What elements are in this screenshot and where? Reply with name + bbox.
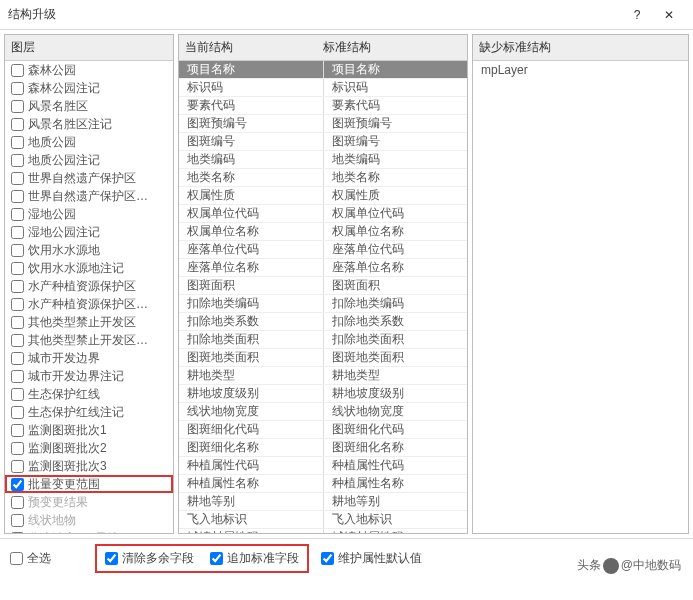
layer-item[interactable]: 监测图斑批次2 <box>5 439 173 457</box>
layer-checkbox[interactable] <box>11 136 24 149</box>
structure-row[interactable]: 权属单位代码权属单位代码 <box>179 205 467 223</box>
structure-row[interactable]: 要素代码要素代码 <box>179 97 467 115</box>
layer-checkbox[interactable] <box>11 100 24 113</box>
help-button[interactable]: ? <box>621 8 653 22</box>
layer-checkbox[interactable] <box>11 172 24 185</box>
structure-list[interactable]: 项目名称项目名称标识码标识码要素代码要素代码图斑预编号图斑预编号图斑编号图斑编号… <box>179 61 467 533</box>
maintain-defaults-checkbox[interactable]: 维护属性默认值 <box>321 550 422 567</box>
layer-item[interactable]: 监测图斑批次3 <box>5 457 173 475</box>
structure-row[interactable]: 图斑预编号图斑预编号 <box>179 115 467 133</box>
layer-item[interactable]: 风景名胜区注记 <box>5 115 173 133</box>
structure-row[interactable]: 飞入地标识飞入地标识 <box>179 511 467 529</box>
layers-list[interactable]: 森林公园森林公园注记风景名胜区风景名胜区注记地质公园地质公园注记世界自然遗产保护… <box>5 61 173 533</box>
add-fields-input[interactable] <box>210 552 223 565</box>
layer-checkbox[interactable] <box>11 262 24 275</box>
missing-item[interactable]: mpLayer <box>473 61 688 79</box>
maintain-defaults-input[interactable] <box>321 552 334 565</box>
structure-row[interactable]: 标识码标识码 <box>179 79 467 97</box>
structure-row[interactable]: 图斑面积图斑面积 <box>179 277 467 295</box>
layer-item[interactable]: 水产种植资源保护区 <box>5 277 173 295</box>
layer-item[interactable]: 监测图斑批次1 <box>5 421 173 439</box>
layer-item[interactable]: 其他类型禁止开发区… <box>5 331 173 349</box>
layer-item[interactable]: 森林公园 <box>5 61 173 79</box>
layer-checkbox[interactable] <box>11 478 24 491</box>
layer-checkbox[interactable] <box>11 154 24 167</box>
layer-item[interactable]: 城市开发边界注记 <box>5 367 173 385</box>
layer-checkbox[interactable] <box>11 208 24 221</box>
layer-checkbox[interactable] <box>11 280 24 293</box>
select-all-checkbox[interactable]: 全选 <box>10 550 51 567</box>
structure-row[interactable]: 图斑细化名称图斑细化名称 <box>179 439 467 457</box>
structure-row[interactable]: 耕地坡度级别耕地坡度级别 <box>179 385 467 403</box>
layer-checkbox[interactable] <box>11 388 24 401</box>
structure-row[interactable]: 项目名称项目名称 <box>179 61 467 79</box>
structure-row[interactable]: 图斑地类面积图斑地类面积 <box>179 349 467 367</box>
layer-checkbox[interactable] <box>11 514 24 527</box>
structure-row[interactable]: 图斑编号图斑编号 <box>179 133 467 151</box>
structure-row[interactable]: 种植属性名称种植属性名称 <box>179 475 467 493</box>
layer-item[interactable]: 城市开发边界 <box>5 349 173 367</box>
structure-row[interactable]: 座落单位代码座落单位代码 <box>179 241 467 259</box>
layer-item[interactable]: 分乡镇变更_界线 <box>5 529 173 533</box>
layer-checkbox[interactable] <box>11 532 24 534</box>
layer-checkbox[interactable] <box>11 496 24 509</box>
layer-checkbox[interactable] <box>11 226 24 239</box>
layer-checkbox[interactable] <box>11 370 24 383</box>
layer-item[interactable]: 预变更结果 <box>5 493 173 511</box>
layer-checkbox[interactable] <box>11 244 24 257</box>
layer-item[interactable]: 水产种植资源保护区… <box>5 295 173 313</box>
structure-row[interactable]: 种植属性代码种植属性代码 <box>179 457 467 475</box>
clear-fields-input[interactable] <box>105 552 118 565</box>
current-field: 耕地坡度级别 <box>179 385 324 402</box>
layer-checkbox[interactable] <box>11 298 24 311</box>
layer-item[interactable]: 世界自然遗产保护区 <box>5 169 173 187</box>
layer-item[interactable]: 生态保护红线注记 <box>5 403 173 421</box>
layer-checkbox[interactable] <box>11 424 24 437</box>
structure-row[interactable]: 城镇村属性码城镇村属性码 <box>179 529 467 533</box>
close-button[interactable]: ✕ <box>653 8 685 22</box>
add-fields-checkbox[interactable]: 追加标准字段 <box>210 550 299 567</box>
layer-checkbox[interactable] <box>11 82 24 95</box>
layer-item[interactable]: 生态保护红线 <box>5 385 173 403</box>
layer-label: 世界自然遗产保护区 <box>28 170 136 187</box>
structure-row[interactable]: 耕地等别耕地等别 <box>179 493 467 511</box>
structure-row[interactable]: 耕地类型耕地类型 <box>179 367 467 385</box>
layer-checkbox[interactable] <box>11 460 24 473</box>
structure-row[interactable]: 扣除地类系数扣除地类系数 <box>179 313 467 331</box>
layer-checkbox[interactable] <box>11 406 24 419</box>
clear-fields-checkbox[interactable]: 清除多余字段 <box>105 550 194 567</box>
layer-item[interactable]: 地质公园注记 <box>5 151 173 169</box>
layer-item[interactable]: 饮用水水源地注记 <box>5 259 173 277</box>
structure-row[interactable]: 座落单位名称座落单位名称 <box>179 259 467 277</box>
structure-row[interactable]: 权属单位名称权属单位名称 <box>179 223 467 241</box>
layer-item[interactable]: 批量变更范围 <box>5 475 173 493</box>
structure-row[interactable]: 图斑细化代码图斑细化代码 <box>179 421 467 439</box>
layer-item[interactable]: 其他类型禁止开发区 <box>5 313 173 331</box>
structure-row[interactable]: 扣除地类编码扣除地类编码 <box>179 295 467 313</box>
standard-field: 图斑预编号 <box>324 115 468 132</box>
select-all-input[interactable] <box>10 552 23 565</box>
layer-item[interactable]: 风景名胜区 <box>5 97 173 115</box>
layer-item[interactable]: 饮用水水源地 <box>5 241 173 259</box>
structure-row[interactable]: 权属性质权属性质 <box>179 187 467 205</box>
layer-checkbox[interactable] <box>11 334 24 347</box>
layer-checkbox[interactable] <box>11 316 24 329</box>
structure-row[interactable]: 线状地物宽度线状地物宽度 <box>179 403 467 421</box>
layer-item[interactable]: 湿地公园 <box>5 205 173 223</box>
layer-checkbox[interactable] <box>11 118 24 131</box>
structure-row[interactable]: 扣除地类面积扣除地类面积 <box>179 331 467 349</box>
structure-row[interactable]: 地类编码地类编码 <box>179 151 467 169</box>
structure-row[interactable]: 地类名称地类名称 <box>179 169 467 187</box>
layer-label: 线状地物 <box>28 512 76 529</box>
layer-checkbox[interactable] <box>11 442 24 455</box>
layer-item[interactable]: 湿地公园注记 <box>5 223 173 241</box>
layer-checkbox[interactable] <box>11 190 24 203</box>
layer-checkbox[interactable] <box>11 352 24 365</box>
layer-item[interactable]: 森林公园注记 <box>5 79 173 97</box>
missing-list[interactable]: mpLayer <box>473 61 688 533</box>
layer-item[interactable]: 地质公园 <box>5 133 173 151</box>
layer-item[interactable]: 世界自然遗产保护区… <box>5 187 173 205</box>
standard-field: 地类编码 <box>324 151 468 168</box>
layer-item[interactable]: 线状地物 <box>5 511 173 529</box>
layer-checkbox[interactable] <box>11 64 24 77</box>
